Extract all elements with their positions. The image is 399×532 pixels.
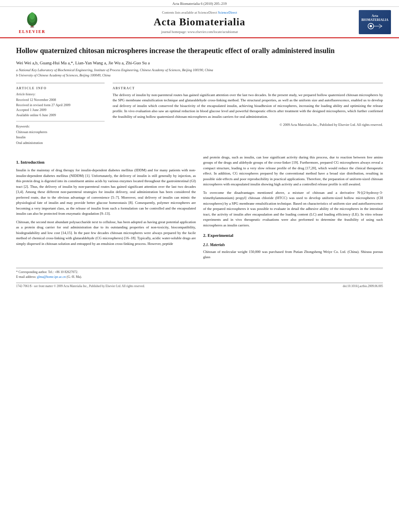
affiliation-b: b University of Chinese Academy of Scien…: [16, 73, 383, 78]
body-columns: 1. Introduction Insulin is the mainstay …: [16, 155, 383, 263]
citation-text: Acta Biomaterialia 6 (2010) 205–219: [173, 2, 227, 6]
abstract-label: ABSTRACT: [113, 86, 383, 90]
body-col-right: and protein drugs, such as insulin, can …: [203, 155, 383, 263]
article-content: Hollow quaternized chitosan microspheres…: [0, 38, 399, 296]
keywords-label: Keywords:: [16, 125, 105, 128]
available-online: Available online 6 June 2009: [16, 113, 105, 118]
article-title: Hollow quaternized chitosan microspheres…: [16, 42, 383, 55]
elsevier-logo: ELSEVIER: [19, 10, 46, 34]
abstract-section: ABSTRACT The delivery of insulin by non-…: [113, 83, 383, 127]
keywords-group: Keywords: Chitosan microspheres Insulin …: [16, 125, 105, 146]
footer-doi: doi:10.1016/j.actbio.2009.06.005: [343, 284, 383, 288]
received-revised: Received in revised form 27 April 2009: [16, 103, 105, 108]
sciencedirect-line: Contents lists available at ScienceDirec…: [56, 10, 343, 14]
article-info-label: ARTICLE INFO: [16, 86, 105, 90]
history-label: Article history:: [16, 92, 105, 96]
corresponding-author: * Corresponding author. Tel.: +86 10 826…: [16, 270, 383, 275]
svg-line-8: [379, 24, 382, 26]
body-col-left: 1. Introduction Insulin is the mainstay …: [16, 155, 196, 263]
col2-para2: To overcome the disadvantages mentioned …: [203, 190, 383, 228]
col2-para1: and protein drugs, such as insulin, can …: [203, 155, 383, 187]
page-footer: 1742-7061/$ - see front matter © 2009 Ac…: [16, 283, 383, 288]
intro-para2: Chitosan, the second most abundant polys…: [16, 220, 196, 247]
acta-logo-decoration: [367, 22, 383, 30]
email-label: E-mail address:: [16, 275, 36, 279]
footnote-area: * Corresponding author. Tel.: +86 10 826…: [16, 268, 383, 279]
accepted-date: Accepted 1 June 2009: [16, 107, 105, 113]
abstract-text: The delivery of insulin by non-parentera…: [113, 92, 383, 120]
acta-logo: Acta BIOMATERIALIA: [359, 10, 391, 34]
email-link[interactable]: glma@home.ipe.ac.cn: [37, 275, 66, 279]
received-1: Received 12 November 2008: [16, 97, 105, 103]
keyword-3: Oral administration: [16, 140, 105, 146]
article-info-col: ARTICLE INFO Article history: Received 1…: [16, 83, 105, 149]
info-divider: [16, 121, 105, 121]
svg-rect-4: [30, 27, 34, 28]
elsevier-tree-icon: [22, 10, 42, 29]
elsevier-wordmark: ELSEVIER: [19, 29, 46, 34]
footer-issn: 1742-7061/$ - see front matter © 2009 Ac…: [16, 284, 145, 288]
materials-heading: 2.1. Materials: [203, 242, 383, 248]
col2-para3: Chitosan of molecular weight 150,000 was…: [203, 249, 383, 260]
keyword-1: Chitosan microspheres: [16, 129, 105, 135]
author-names: Wei Wei a,b, Guang-Hui Ma a,*, Lian-Yan …: [16, 60, 150, 65]
svg-line-9: [379, 26, 382, 28]
journal-title-area: Contents lists available at ScienceDirec…: [56, 10, 343, 34]
journal-homepage: journal homepage: www.elsevier.com/locat…: [56, 30, 343, 34]
abstract-copyright: © 2009 Acta Materialia Inc., Published b…: [113, 123, 383, 127]
journal-citation: Acta Biomaterialia 6 (2010) 205–219: [0, 0, 399, 7]
acta-logo-area: Acta BIOMATERIALIA: [343, 10, 391, 34]
info-abstract-section: ARTICLE INFO Article history: Received 1…: [16, 83, 383, 149]
authors-line: Wei Wei a,b, Guang-Hui Ma a,*, Lian-Yan …: [16, 60, 383, 65]
experimental-heading: 2. Experimental: [203, 232, 383, 239]
history-group: Article history: Received 12 November 20…: [16, 92, 105, 118]
elsevier-logo-area: ELSEVIER: [8, 10, 56, 34]
abstract-col: ABSTRACT The delivery of insulin by non-…: [113, 83, 383, 149]
journal-header: ELSEVIER Contents lists available at Sci…: [0, 7, 399, 38]
affiliation-a: a National Key Laboratory of Biochemical…: [16, 68, 383, 73]
article-info-box: ARTICLE INFO Article history: Received 1…: [16, 83, 105, 146]
intro-para1: Insulin is the mainstay of drug therapy …: [16, 168, 196, 217]
journal-title: Acta Biomaterialia: [56, 16, 343, 28]
intro-heading: 1. Introduction: [16, 159, 196, 166]
svg-point-6: [370, 25, 372, 27]
affiliations: a National Key Laboratory of Biochemical…: [16, 68, 383, 78]
svg-point-3: [30, 12, 35, 20]
keyword-2: Insulin: [16, 135, 105, 140]
sciencedirect-link[interactable]: ScienceDirect: [218, 10, 237, 14]
email-line: E-mail address: glma@home.ipe.ac.cn (G.-…: [16, 275, 383, 279]
email-suffix: (G.-H. Ma).: [67, 275, 82, 279]
acta-logo-line1: Acta BIOMATERIALIA: [362, 14, 389, 22]
